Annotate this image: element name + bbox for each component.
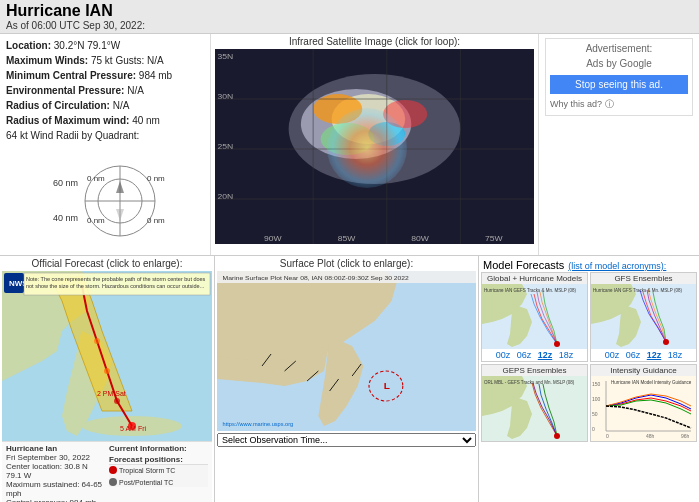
- gfs-ensembles-image[interactable]: Hurricane IAN GFS Tracks & Mn. MSLP (08): [591, 284, 696, 349]
- max-winds-value: 75 kt: [91, 55, 113, 66]
- svg-point-7: [368, 122, 405, 146]
- geps-svg: ORL MBL - GEFS Tracks and Mn. MSLP (08): [482, 376, 587, 441]
- forecast-map-svg: 5 AM Fri 2 PM Sat NWS Note: The cone rep…: [2, 271, 212, 441]
- satellite-panel: Infrared Satellite Image (click for loop…: [210, 34, 539, 255]
- model-forecasts-header: Model Forecasts (list of model acronyms)…: [481, 258, 697, 272]
- radius-label: Radius of Circulation:: [6, 100, 110, 111]
- svg-text:Hurricane IAN Model Intensity : Hurricane IAN Model Intensity Guidance: [611, 380, 692, 385]
- svg-point-67: [554, 433, 560, 439]
- ad-google-label: Ads by Google: [550, 58, 688, 69]
- intensity-guidance-model: Intensity Guidance 0 50 100 150: [590, 364, 697, 442]
- compass-inner-label: 40 nm: [53, 213, 78, 223]
- observation-time-select[interactable]: Select Observation Time...: [217, 433, 476, 447]
- bottom-section: Official Forecast (click to enlarge):: [0, 255, 699, 502]
- storm-info-block: Hurricane Ian Fri September 30, 2022 Cen…: [6, 444, 105, 502]
- env-pressure-row: Environmental Pressure: N/A: [6, 83, 204, 98]
- compass-se-label: 0 nm: [147, 216, 165, 225]
- svg-text:2 PM Sat: 2 PM Sat: [97, 390, 126, 397]
- gfs-svg: Hurricane IAN GFS Tracks & Mn. MSLP (08): [591, 284, 696, 349]
- forecast-bottom-info: Hurricane Ian Fri September 30, 2022 Cen…: [2, 441, 212, 502]
- gfs-18z-link[interactable]: 18z: [668, 350, 683, 360]
- global-hurricane-image[interactable]: Hurricane IAN GEFS Tracks & Mn. MSLP (08…: [482, 284, 587, 349]
- surface-plot-title[interactable]: Surface Plot (click to enlarge):: [217, 258, 476, 269]
- compass-container: 60 nm 40 nm 0 nm 0 nm 0 nm 0 nm: [6, 151, 204, 251]
- global-hurricane-title: Global + Hurricane Models: [482, 273, 587, 284]
- svg-text:96h: 96h: [681, 433, 690, 439]
- global-00z-link[interactable]: 00z: [496, 350, 511, 360]
- storm-date: Fri September 30, 2022: [6, 453, 105, 462]
- svg-text:Hurricane IAN GFS Tracks & Mn.: Hurricane IAN GFS Tracks & Mn. MSLP (08): [593, 288, 682, 293]
- svg-text:L: L: [384, 381, 390, 391]
- svg-text:75W: 75W: [485, 235, 503, 243]
- global-model-links: 00z 06z 12z 18z: [482, 349, 587, 361]
- svg-text:80W: 80W: [411, 235, 429, 243]
- page-wrapper: Hurricane IAN As of 06:00 UTC Sep 30, 20…: [0, 0, 699, 502]
- min-pressure-label: Minimum Central Pressure:: [6, 70, 136, 81]
- forecast-legend: Tropical Storm TC Post/Potential TC: [109, 464, 208, 487]
- stop-seeing-ad-button[interactable]: Stop seeing this ad.: [550, 75, 688, 94]
- svg-point-32: [94, 338, 100, 344]
- svg-text:100: 100: [592, 396, 601, 402]
- advertisement-panel: Advertisement: Ads by Google Stop seeing…: [539, 34, 699, 255]
- svg-point-8: [383, 100, 427, 128]
- svg-point-30: [114, 398, 120, 404]
- page-header: Hurricane IAN As of 06:00 UTC Sep 30, 20…: [0, 0, 699, 34]
- storm-location: Center location: 30.8 N 79.1 W: [6, 462, 105, 480]
- compass-arrow-south: [116, 209, 124, 221]
- gfs-model-links: 00z 06z 12z 18z: [591, 349, 696, 361]
- min-pressure-row: Minimum Central Pressure: 984 mb: [6, 68, 204, 83]
- svg-text:50: 50: [592, 411, 598, 417]
- svg-text:not show the size of the storm: not show the size of the storm. Hazardou…: [26, 283, 205, 289]
- global-06z-link[interactable]: 06z: [517, 350, 532, 360]
- global-12z-link[interactable]: 12z: [538, 350, 553, 360]
- gfs-06z-link[interactable]: 06z: [626, 350, 641, 360]
- model-forecasts-title: Model Forecasts: [483, 259, 564, 271]
- ts-icon: [109, 466, 117, 474]
- storm-info-panel: Location: 30.2°N 79.1°W Maximum Winds: 7…: [0, 34, 210, 255]
- gfs-12z-link[interactable]: 12z: [647, 350, 662, 360]
- gfs-ensembles-model: GFS Ensembles: [590, 272, 697, 362]
- gusts-label: Gusts:: [115, 55, 144, 66]
- compass-arrow: [116, 181, 124, 193]
- svg-text:25N: 25N: [217, 143, 233, 151]
- legend-post: Post/Potential TC: [109, 478, 173, 486]
- compass-rose: 60 nm 40 nm 0 nm 0 nm 0 nm 0 nm: [45, 151, 165, 251]
- ad-title: Advertisement:: [550, 43, 688, 54]
- global-18z-link[interactable]: 18z: [559, 350, 574, 360]
- official-forecast-title[interactable]: Official Forecast (click to enlarge):: [2, 258, 212, 269]
- svg-text:90W: 90W: [264, 235, 282, 243]
- svg-point-31: [104, 368, 110, 374]
- model-grid: Global + Hurricane Models: [481, 272, 697, 442]
- compass-outer-label: 60 nm: [53, 178, 78, 188]
- svg-text:150: 150: [592, 381, 601, 387]
- env-pressure-label: Environmental Pressure:: [6, 85, 124, 96]
- page-subtitle: As of 06:00 UTC Sep 30, 2022:: [6, 20, 693, 31]
- svg-text:ORL MBL - GEFS Tracks and Mn. : ORL MBL - GEFS Tracks and Mn. MSLP (08): [484, 380, 575, 385]
- radius-max-label: Radius of Maximum wind:: [6, 115, 129, 126]
- official-forecast-map[interactable]: 5 AM Fri 2 PM Sat NWS Note: The cone rep…: [2, 271, 212, 441]
- model-forecasts-panel: Model Forecasts (list of model acronyms)…: [479, 256, 699, 502]
- forecast-positions-title: Forecast positions:: [109, 455, 208, 464]
- satellite-image[interactable]: 35N 30N 25N 20N 90W 85W 80W 75W: [215, 49, 534, 244]
- model-acronyms-link[interactable]: (list of model acronyms):: [568, 261, 666, 271]
- intensity-svg: 0 50 100 150 0 48h 96h: [591, 376, 696, 441]
- ad-why-link[interactable]: Why this ad? ⓘ: [550, 98, 688, 111]
- intensity-guidance-image[interactable]: 0 50 100 150 0 48h 96h: [591, 376, 696, 441]
- gusts-value: N/A: [147, 55, 164, 66]
- location-row: Location: 30.2°N 79.1°W: [6, 38, 204, 53]
- global-hurricane-model: Global + Hurricane Models: [481, 272, 588, 362]
- max-winds-row: Maximum Winds: 75 kt Gusts: N/A: [6, 53, 204, 68]
- intensity-guidance-title: Intensity Guidance: [591, 365, 696, 376]
- ts-label: Tropical Storm TC: [119, 467, 175, 474]
- svg-text:Note: The cone represents the : Note: The cone represents the probable p…: [26, 276, 206, 282]
- post-icon: [109, 478, 117, 486]
- official-forecast-panel: Official Forecast (click to enlarge):: [0, 256, 215, 502]
- gfs-00z-link[interactable]: 00z: [605, 350, 620, 360]
- geps-ensembles-image[interactable]: ORL MBL - GEFS Tracks and Mn. MSLP (08): [482, 376, 587, 441]
- satellite-title[interactable]: Infrared Satellite Image (click for loop…: [215, 36, 534, 47]
- storm-pressure: Central pressure: 984 mb: [6, 498, 105, 502]
- post-label: Post/Potential TC: [119, 479, 173, 486]
- surface-plot-map[interactable]: L Marine Surface Plot Near 08, IAN 08:00…: [217, 271, 476, 431]
- radius-value: N/A: [113, 100, 130, 111]
- env-pressure-value: N/A: [127, 85, 144, 96]
